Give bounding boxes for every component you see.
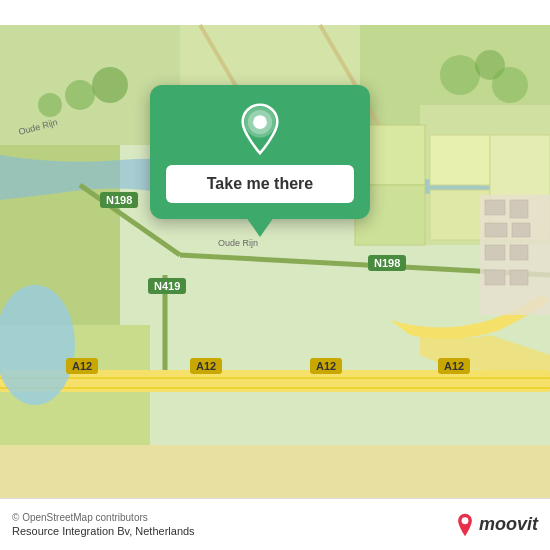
svg-point-22 [38, 93, 62, 117]
road-label-a12-4: A12 [438, 358, 470, 374]
location-info: Resource Integration Bv, Netherlands [12, 525, 195, 537]
place-label-oude-rijn-bottom: Oude Rijn [218, 238, 258, 248]
svg-rect-30 [510, 200, 528, 218]
svg-point-39 [253, 115, 267, 129]
svg-rect-31 [485, 223, 507, 237]
road-label-n198-left: N198 [100, 192, 138, 208]
svg-point-40 [462, 517, 469, 524]
road-label-n419: N419 [148, 278, 186, 294]
svg-rect-32 [512, 223, 530, 237]
road-label-a12-3: A12 [310, 358, 342, 374]
copyright-text: © OpenStreetMap contributors [12, 512, 195, 523]
svg-point-25 [492, 67, 528, 103]
location-pin-icon [234, 103, 286, 155]
svg-rect-33 [485, 245, 505, 260]
bottom-bar: © OpenStreetMap contributors Resource In… [0, 498, 550, 550]
popup-card: Take me there [150, 85, 370, 219]
svg-rect-36 [510, 270, 528, 285]
moovit-brand-text: moovit [479, 514, 538, 535]
map-background [0, 0, 550, 550]
map-container: N198 N419 N198 A12 A12 A12 A12 Oude Rijn… [0, 0, 550, 550]
svg-rect-9 [0, 377, 550, 379]
moovit-pin-icon [455, 513, 475, 537]
svg-rect-35 [485, 270, 505, 285]
svg-point-23 [440, 55, 480, 95]
svg-rect-10 [0, 387, 550, 389]
road-label-a12-2: A12 [190, 358, 222, 374]
moovit-logo: moovit [455, 513, 538, 537]
svg-rect-29 [485, 200, 505, 215]
road-label-a12-1: A12 [66, 358, 98, 374]
take-me-there-button[interactable]: Take me there [166, 165, 354, 203]
svg-rect-34 [510, 245, 528, 260]
road-label-n198-right: N198 [368, 255, 406, 271]
svg-point-20 [65, 80, 95, 110]
svg-rect-16 [430, 135, 490, 185]
svg-point-21 [92, 67, 128, 103]
